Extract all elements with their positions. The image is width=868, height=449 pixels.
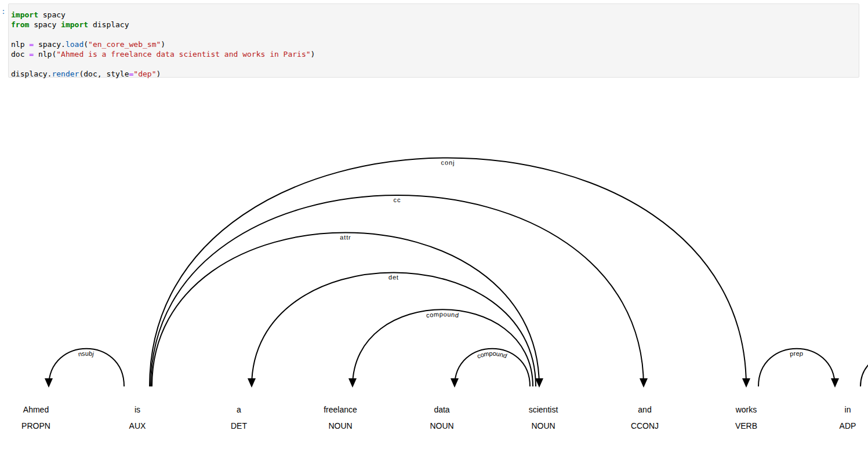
arc-arrowhead bbox=[742, 378, 750, 388]
arc-arrowhead bbox=[451, 378, 459, 388]
token-word: data bbox=[434, 405, 449, 414]
dependency-arc-compound bbox=[353, 309, 533, 386]
token-pos-tag: DET bbox=[231, 421, 247, 430]
arc-arrowhead bbox=[640, 378, 648, 388]
dependency-parse-diagram: AhmedPROPNisAUXaDETfreelanceNOUNdataNOUN… bbox=[0, 0, 868, 449]
token-word: a bbox=[237, 405, 241, 414]
token-word: is bbox=[135, 405, 140, 414]
dependency-arc-cc bbox=[151, 195, 644, 386]
arc-arrowhead bbox=[831, 378, 839, 388]
token-word: Ahmed bbox=[23, 405, 49, 414]
token-pos-tag: VERB bbox=[735, 421, 757, 430]
arc-label: cc bbox=[394, 196, 401, 203]
token-word: freelance bbox=[324, 405, 357, 414]
notebook-page: : import spacyfrom spacy import displacy… bbox=[0, 0, 868, 449]
token-word: and bbox=[638, 405, 651, 414]
arc-label: nsubj bbox=[78, 350, 95, 357]
token-pos-tag: ADP bbox=[840, 421, 856, 430]
token-pos-tag: AUX bbox=[129, 421, 146, 430]
token-pos-tag: NOUN bbox=[328, 421, 352, 430]
arc-label: compound bbox=[426, 311, 460, 319]
token-pos-tag: NOUN bbox=[531, 421, 555, 430]
token-word: scientist bbox=[529, 405, 558, 414]
dependency-arc-attr bbox=[152, 233, 539, 387]
dependency-arc-partial bbox=[860, 349, 868, 386]
dependency-arc-conj bbox=[150, 158, 746, 387]
token-pos-tag: NOUN bbox=[430, 421, 453, 430]
dependency-arc-det bbox=[252, 273, 536, 387]
token-pos-tag: CCONJ bbox=[631, 421, 659, 430]
arc-arrowhead bbox=[535, 378, 543, 388]
token-word: works bbox=[735, 405, 757, 414]
arc-label: attr bbox=[340, 233, 351, 240]
arc-arrowhead bbox=[348, 378, 357, 388]
token-word: in bbox=[845, 405, 851, 414]
token-pos-tag: PROPN bbox=[21, 421, 50, 430]
arc-label: conj bbox=[441, 159, 455, 166]
arc-arrowhead bbox=[45, 378, 53, 388]
arc-label: det bbox=[388, 273, 399, 280]
arc-arrowhead bbox=[248, 378, 256, 388]
arc-label: prep bbox=[789, 350, 804, 357]
arc-label: compound bbox=[476, 350, 509, 360]
